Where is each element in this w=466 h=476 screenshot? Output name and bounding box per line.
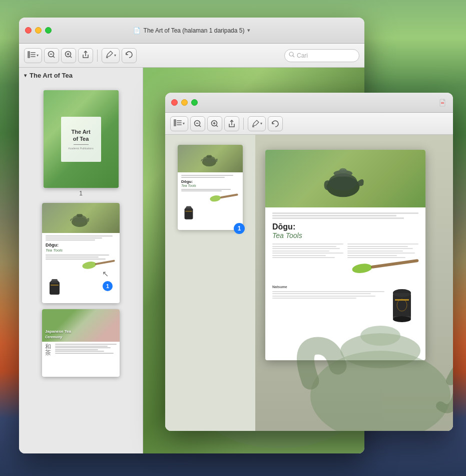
page2-badge: 1 bbox=[103, 281, 113, 291]
popup-page-title: Dōgu: bbox=[272, 222, 418, 231]
page1-title: The Artof Tea bbox=[71, 128, 90, 143]
rotate-icon bbox=[125, 51, 133, 60]
popup-zoom-out-icon bbox=[194, 120, 202, 128]
popup-page-badge: 1 bbox=[234, 223, 245, 234]
popup-thumb-teapot bbox=[199, 150, 222, 167]
svg-rect-1 bbox=[31, 52, 36, 53]
svg-rect-2 bbox=[31, 54, 36, 55]
zoom-out-button[interactable] bbox=[44, 48, 59, 63]
svg-rect-44 bbox=[185, 208, 193, 219]
svg-rect-3 bbox=[31, 56, 36, 57]
svg-point-17 bbox=[82, 261, 97, 270]
toolbar-separator-1 bbox=[97, 50, 98, 62]
popup-traffic-lights bbox=[171, 99, 198, 106]
popup-sidebar-toggle[interactable]: ▾ bbox=[170, 116, 188, 131]
sidebar-icon bbox=[28, 51, 36, 60]
page-thumb-item-2[interactable]: Dōgu: Tea Tools bbox=[38, 200, 124, 306]
page-num-1: 1 bbox=[79, 190, 83, 197]
popup-zoom-out[interactable] bbox=[190, 116, 205, 131]
popup-close-button[interactable] bbox=[171, 99, 178, 106]
annotate-icon bbox=[105, 51, 113, 60]
svg-rect-41 bbox=[206, 155, 212, 158]
svg-point-63 bbox=[360, 326, 400, 346]
popup-page-thumb[interactable]: Dōgu: Tea Tools bbox=[178, 145, 243, 230]
sidebar-header: ▾ The Art of Tea bbox=[19, 68, 143, 83]
rotate-button[interactable] bbox=[122, 48, 137, 63]
svg-line-37 bbox=[216, 125, 218, 127]
popup-sidebar: Dōgu: Tea Tools bbox=[165, 135, 255, 431]
popup-zoom-in[interactable] bbox=[207, 116, 222, 131]
svg-rect-47 bbox=[185, 211, 192, 212]
title-dropdown-arrow[interactable]: ▾ bbox=[247, 27, 250, 34]
popup-pdf-icon bbox=[439, 99, 447, 107]
sidebar: ▾ The Art of Tea The Artof Tea Academic … bbox=[19, 68, 143, 453]
cursor-indicator: ↖ bbox=[102, 269, 109, 279]
svg-rect-25 bbox=[441, 102, 444, 103]
sidebar-collapse-arrow[interactable]: ▾ bbox=[24, 73, 27, 78]
svg-rect-19 bbox=[50, 282, 60, 295]
svg-rect-46 bbox=[186, 206, 191, 208]
page2-title: Dōgu: bbox=[46, 243, 116, 248]
window-title: The Art of Tea (halaman 1 daripada 5) bbox=[144, 27, 245, 34]
svg-point-42 bbox=[209, 194, 221, 202]
popup-content: Dōgu: Tea Tools bbox=[165, 135, 453, 431]
share-button[interactable] bbox=[78, 48, 93, 63]
share-icon bbox=[82, 51, 90, 60]
popup-annotate-icon bbox=[251, 120, 259, 128]
search-box[interactable]: Cari bbox=[284, 49, 359, 62]
svg-line-13 bbox=[293, 56, 294, 57]
desktop: 📄 The Art of Tea (halaman 1 daripada 5) … bbox=[0, 0, 466, 476]
zoom-out-icon bbox=[48, 51, 56, 60]
page-thumb-item-1[interactable]: The Artof Tea Academic Publications 1 bbox=[40, 87, 123, 200]
window-title-area: 📄 The Art of Tea (halaman 1 daripada 5) … bbox=[133, 27, 251, 34]
popup-minimize-button[interactable] bbox=[181, 99, 188, 106]
traffic-lights bbox=[25, 27, 52, 34]
svg-rect-22 bbox=[51, 285, 59, 286]
svg-rect-43 bbox=[220, 193, 238, 198]
svg-rect-30 bbox=[177, 124, 182, 125]
close-button[interactable] bbox=[25, 27, 32, 34]
search-icon bbox=[289, 52, 295, 59]
svg-rect-27 bbox=[174, 119, 176, 126]
page1-cover-card: The Artof Tea Academic Publications bbox=[61, 117, 101, 162]
popup-window: ▾ bbox=[165, 93, 453, 431]
main-teapot-illustration bbox=[320, 157, 370, 200]
teapot-thumb-icon bbox=[69, 208, 94, 228]
popup-thumb-title: Dōgu: bbox=[181, 179, 239, 184]
minimize-button[interactable] bbox=[35, 27, 42, 34]
main-toolbar: ▾ bbox=[19, 44, 364, 68]
popup-bg-teapot bbox=[293, 246, 453, 431]
popup-maximize-button[interactable] bbox=[191, 99, 198, 106]
sidebar-title: The Art of Tea bbox=[30, 72, 73, 79]
popup-annotate[interactable]: ▾ bbox=[248, 116, 266, 131]
japanese-tea-title: Japanese TeaCeremony bbox=[45, 329, 71, 340]
svg-rect-18 bbox=[95, 260, 115, 265]
svg-rect-28 bbox=[177, 120, 182, 121]
svg-point-12 bbox=[289, 52, 293, 56]
svg-point-51 bbox=[339, 168, 347, 173]
svg-rect-16 bbox=[77, 214, 83, 217]
popup-toolbar: ▾ bbox=[165, 113, 453, 135]
popup-share[interactable] bbox=[224, 116, 239, 131]
popup-page-subtitle: Tea Tools bbox=[272, 231, 418, 240]
page2-subtitle: Tea Tools bbox=[46, 248, 116, 253]
popup-separator bbox=[243, 118, 244, 130]
page-thumb-item-3[interactable]: Japanese TeaCeremony 和茶 bbox=[38, 306, 124, 380]
popup-main-view: Dōgu: Tea Tools bbox=[255, 135, 453, 431]
sidebar-dropdown-icon: ▾ bbox=[37, 53, 39, 58]
popup-rotate[interactable] bbox=[268, 116, 283, 131]
popup-thumb-spoon bbox=[209, 191, 240, 203]
popup-thumb-subtitle: Tea Tools bbox=[181, 184, 239, 187]
annotate-button[interactable]: ▾ bbox=[102, 48, 120, 63]
svg-rect-21 bbox=[52, 279, 58, 281]
svg-line-10 bbox=[70, 56, 72, 58]
title-bar: 📄 The Art of Tea (halaman 1 daripada 5) … bbox=[19, 18, 364, 44]
svg-rect-29 bbox=[177, 122, 182, 123]
sidebar-toggle-button[interactable]: ▾ bbox=[24, 48, 42, 63]
popup-rotate-icon bbox=[271, 120, 279, 128]
maximize-button[interactable] bbox=[45, 27, 52, 34]
popup-sidebar-dropdown: ▾ bbox=[183, 121, 185, 126]
svg-line-6 bbox=[53, 56, 55, 58]
zoom-in-button[interactable] bbox=[61, 48, 76, 63]
svg-line-33 bbox=[199, 125, 201, 127]
